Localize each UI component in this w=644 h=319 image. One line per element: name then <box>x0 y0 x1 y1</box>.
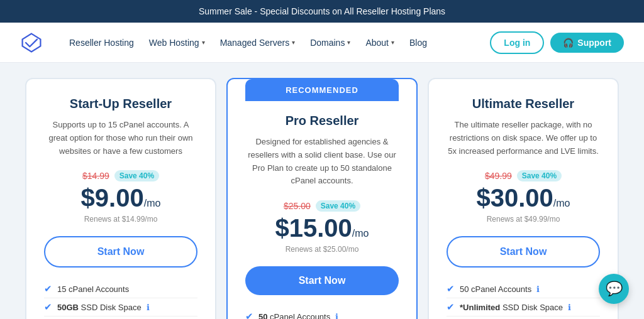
check-icon: ✔ <box>447 301 455 313</box>
features-list-pro: ✔ 50 cPanel Accounts ℹ ✔ 250GB SSD Disk … <box>245 308 399 319</box>
chevron-down-icon: ▾ <box>202 39 205 46</box>
price-main-ultimate: $30.00/mo <box>447 184 600 212</box>
price-period-startup: /mo <box>144 198 161 208</box>
old-price-ultimate: $49.99 <box>485 171 512 181</box>
nav-actions: Log in 🎧 Support <box>490 31 624 54</box>
list-item: ✔ Unlimited Bandwidth <box>447 316 600 319</box>
pricing-card-ultimate: Ultimate Reseller The ultimate reseller … <box>428 78 619 319</box>
price-period-ultimate: /mo <box>553 198 570 208</box>
price-amount-ultimate: $30.00 <box>476 184 553 212</box>
check-icon: ✔ <box>44 283 52 295</box>
nav-links: Reseller Hosting Web Hosting ▾ Managed S… <box>63 33 490 53</box>
chevron-down-icon: ▾ <box>391 39 394 46</box>
card-title-pro: Pro Reseller <box>245 114 399 128</box>
price-amount-startup: $9.00 <box>81 184 144 212</box>
pricing-card-pro: RECOMMENDED Pro Reseller Designed for es… <box>226 78 418 319</box>
support-button[interactable]: 🎧 Support <box>550 33 624 53</box>
save-badge-ultimate: Save 40% <box>517 170 562 181</box>
nav-item-reseller-hosting[interactable]: Reseller Hosting <box>63 33 140 53</box>
nav-item-blog[interactable]: Blog <box>403 33 433 53</box>
logo[interactable] <box>20 31 43 54</box>
check-icon: ✔ <box>245 311 253 319</box>
info-icon[interactable]: ℹ <box>536 284 540 294</box>
check-icon: ✔ <box>447 283 455 295</box>
list-item: ✔ 50 cPanel Accounts ℹ <box>245 308 399 319</box>
price-old-row-pro: $25.00 Save 40% <box>245 200 399 212</box>
nav-item-about[interactable]: About ▾ <box>359 33 401 53</box>
price-renews-pro: Renews at $25.00/mo <box>245 245 399 254</box>
start-now-button-ultimate[interactable]: Start Now <box>447 236 600 268</box>
list-item: ✔ *Unlimited SSD Disk Space ℹ <box>447 298 600 316</box>
start-now-button-pro[interactable]: Start Now <box>245 266 399 295</box>
price-renews-startup: Renews at $14.99/mo <box>44 215 197 224</box>
top-banner: Summer Sale - Special Discounts on All R… <box>0 0 644 23</box>
check-icon: ✔ <box>44 301 52 313</box>
nav-item-web-hosting[interactable]: Web Hosting ▾ <box>143 33 211 53</box>
price-period-pro: /mo <box>352 228 369 239</box>
price-old-row-startup: $14.99 Save 40% <box>44 170 197 181</box>
chevron-down-icon: ▾ <box>347 39 350 46</box>
price-old-row-ultimate: $49.99 Save 40% <box>447 170 600 181</box>
price-renews-ultimate: Renews at $49.99/mo <box>447 215 600 224</box>
old-price-startup: $14.99 <box>82 171 109 181</box>
nav-item-domains[interactable]: Domains ▾ <box>304 33 357 53</box>
list-item: ✔ 50GB SSD Disk Space ℹ <box>44 298 197 316</box>
features-list-startup: ✔ 15 cPanel Accounts ✔ 50GB SSD Disk Spa… <box>44 280 197 319</box>
login-button[interactable]: Log in <box>490 31 544 54</box>
list-item: ✔ Unlimited Bandwidth <box>44 316 197 319</box>
card-desc-startup: Supports up to 15 cPanel accounts. A gre… <box>44 119 197 158</box>
info-icon[interactable]: ℹ <box>335 312 338 319</box>
features-list-ultimate: ✔ 50 cPanel Accounts ℹ ✔ *Unlimited SSD … <box>447 280 600 319</box>
list-item: ✔ 50 cPanel Accounts ℹ <box>447 280 600 298</box>
recommended-badge: RECOMMENDED <box>245 79 399 101</box>
chevron-down-icon: ▾ <box>292 39 295 46</box>
navbar: Reseller Hosting Web Hosting ▾ Managed S… <box>0 23 644 63</box>
chat-icon: 💬 <box>606 281 623 297</box>
pricing-section: Start-Up Reseller Supports up to 15 cPan… <box>0 63 644 319</box>
price-main-startup: $9.00/mo <box>44 184 197 212</box>
price-main-pro: $15.00/mo <box>245 214 399 242</box>
price-amount-pro: $15.00 <box>275 214 352 242</box>
old-price-pro: $25.00 <box>284 201 311 211</box>
list-item: ✔ 15 cPanel Accounts <box>44 280 197 298</box>
card-desc-pro: Designed for established agencies & rese… <box>245 136 399 188</box>
start-now-button-startup[interactable]: Start Now <box>44 236 197 268</box>
banner-text: Summer Sale - Special Discounts on All R… <box>199 6 445 16</box>
pricing-cards: Start-Up Reseller Supports up to 15 cPan… <box>25 78 619 319</box>
info-icon[interactable]: ℹ <box>568 303 571 312</box>
card-title-startup: Start-Up Reseller <box>44 97 197 111</box>
card-desc-ultimate: The ultimate reseller package, with no r… <box>447 119 600 158</box>
chat-bubble[interactable]: 💬 <box>599 274 629 304</box>
save-badge-pro: Save 40% <box>316 200 360 212</box>
info-icon[interactable]: ℹ <box>147 303 150 312</box>
nav-item-managed-servers[interactable]: Managed Servers ▾ <box>214 33 302 53</box>
pricing-card-startup: Start-Up Reseller Supports up to 15 cPan… <box>25 78 216 319</box>
headset-icon: 🎧 <box>563 38 574 48</box>
save-badge-startup: Save 40% <box>114 170 159 181</box>
card-title-ultimate: Ultimate Reseller <box>447 97 600 111</box>
